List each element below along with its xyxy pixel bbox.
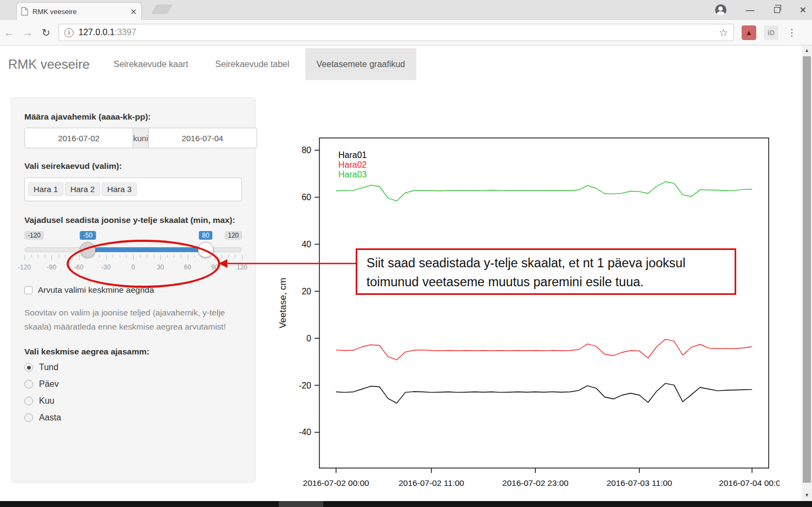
slider-label: Vajadusel seadista joonise y-telje skaal… bbox=[24, 214, 242, 226]
plot-border bbox=[319, 138, 769, 468]
browser-window: RMK veeseire ✕ ― ✕ ← → ↻ i 127.0.0.1:339… bbox=[0, 0, 812, 507]
page-favicon-icon bbox=[21, 7, 28, 16]
browser-tab[interactable]: RMK veeseire ✕ bbox=[16, 2, 142, 20]
vertical-scrollbar[interactable]: ▲ ▼ bbox=[802, 45, 812, 501]
slider-grid-tick bbox=[45, 255, 45, 258]
radio-label-tund: Tund bbox=[39, 363, 58, 372]
well-tag-2[interactable]: Hara 3 bbox=[102, 182, 137, 196]
navbar-brand[interactable]: RMK veeseire bbox=[0, 48, 98, 80]
y-tick-label: 60 bbox=[302, 193, 311, 202]
timestep-label: Vali keskmise aegrea ajasamm: bbox=[24, 346, 242, 358]
overflow-menu-icon[interactable]: ⋮ bbox=[787, 27, 796, 38]
nav-tab-1[interactable]: Seirekaevude tabel bbox=[204, 48, 301, 80]
minimize-icon[interactable]: ― bbox=[746, 5, 755, 15]
date-to-input[interactable] bbox=[148, 128, 257, 148]
radio-row-päev: Päev bbox=[24, 379, 242, 389]
series-Hara02 bbox=[336, 339, 752, 360]
series-Hara03 bbox=[336, 182, 752, 201]
well-tag-0[interactable]: Hara 1 bbox=[28, 182, 63, 196]
slider-grid-tick bbox=[31, 255, 32, 258]
date-range-label: Määra ajavahemik (aaaa-kk-pp): bbox=[24, 111, 242, 123]
slider-grid-tick bbox=[51, 255, 52, 260]
radio-kuu[interactable] bbox=[24, 397, 33, 405]
id-extension-icon[interactable]: iD bbox=[764, 25, 778, 40]
new-tab-button[interactable] bbox=[151, 4, 173, 14]
date-from-input[interactable] bbox=[24, 128, 133, 148]
x-tick-label: 2016-07-04 00:00 bbox=[719, 478, 780, 488]
y-tick-label: 0 bbox=[306, 334, 311, 343]
forward-icon[interactable]: → bbox=[18, 26, 37, 39]
taskbar-segment bbox=[279, 501, 323, 507]
taskbar-strip bbox=[0, 501, 812, 507]
url-text[interactable]: 127.0.0.1:3397 bbox=[78, 28, 719, 37]
water-level-chart: 806040200-20-402016-07-02 00:002016-07-0… bbox=[265, 130, 780, 498]
address-bar[interactable]: i 127.0.0.1:3397 ☆ bbox=[58, 24, 734, 41]
app-page: RMK veeseire Seirekaevude kaartSeirekaev… bbox=[0, 45, 802, 501]
radio-tund[interactable] bbox=[24, 363, 33, 372]
radio-row-kuu: Kuu bbox=[24, 396, 242, 406]
average-checkbox[interactable] bbox=[24, 286, 32, 294]
scroll-down-icon[interactable]: ▼ bbox=[802, 490, 812, 501]
radio-label-aasta: Aasta bbox=[39, 413, 61, 423]
y-tick-label: 80 bbox=[302, 146, 311, 155]
help-text: Soovitav on valim ja joonise teljed (aja… bbox=[24, 306, 242, 333]
app-navbar: RMK veeseire Seirekaevude kaartSeirekaev… bbox=[0, 48, 802, 80]
legend-Hara02: Hara02 bbox=[338, 160, 367, 169]
annotation-ellipse bbox=[67, 240, 220, 288]
x-tick-label: 2016-07-03 11:00 bbox=[607, 478, 673, 488]
scroll-up-icon[interactable]: ▲ bbox=[802, 45, 812, 56]
wells-label: Vali seirekaevud (valim): bbox=[24, 160, 242, 172]
slider-min-label: -120 bbox=[24, 231, 44, 240]
date-range-input: kuni bbox=[24, 128, 242, 148]
restore-icon[interactable] bbox=[774, 7, 780, 13]
radio-päev[interactable] bbox=[24, 380, 33, 389]
date-separator: kuni bbox=[133, 128, 148, 148]
nav-tab-2[interactable]: Veetasemete graafikud bbox=[305, 48, 417, 80]
y-tick-label: 40 bbox=[302, 240, 311, 249]
y-tick-label: -40 bbox=[299, 427, 311, 437]
annotation-note: Siit saad seadistada y-telje skaalat, et… bbox=[356, 248, 736, 295]
slider-from-value: -50 bbox=[80, 231, 96, 240]
profile-avatar-icon[interactable] bbox=[715, 4, 726, 16]
legend-Hara03: Hara03 bbox=[338, 170, 367, 179]
nav-tab-0[interactable]: Seirekaevude kaart bbox=[102, 48, 200, 80]
adobe-pdf-extension-icon[interactable]: ▲ bbox=[742, 25, 756, 40]
legend-Hara01: Hara01 bbox=[338, 150, 367, 160]
y-tick-label: 20 bbox=[302, 287, 311, 296]
slider-grid-tick bbox=[38, 255, 38, 258]
slider-grid-tick bbox=[65, 255, 66, 258]
close-icon[interactable]: ✕ bbox=[800, 5, 807, 15]
radio-label-päev: Päev bbox=[39, 379, 58, 389]
x-tick-label: 2016-07-02 11:00 bbox=[398, 478, 464, 488]
x-tick-label: 2016-07-02 23:00 bbox=[502, 478, 569, 488]
radio-row-aasta: Aasta bbox=[24, 413, 242, 423]
wells-select[interactable]: Hara 1Hara 2Hara 3 bbox=[24, 177, 242, 201]
x-tick-label: 2016-07-02 00:00 bbox=[303, 478, 370, 488]
annotation-line2: toimunud veetaseme muutus paremini esile… bbox=[366, 273, 725, 292]
browser-tab-strip: RMK veeseire ✕ ― ✕ bbox=[0, 0, 812, 20]
scrollbar-thumb[interactable] bbox=[803, 56, 811, 483]
reload-icon[interactable]: ↻ bbox=[37, 27, 55, 39]
series-Hara01 bbox=[336, 384, 752, 404]
bookmark-star-icon[interactable]: ☆ bbox=[719, 27, 728, 39]
slider-grid-tick bbox=[24, 255, 25, 260]
back-icon[interactable]: ← bbox=[0, 26, 18, 39]
slider-grid-label: -120 bbox=[18, 264, 31, 271]
slider-to-value: 80 bbox=[199, 231, 212, 240]
y-axis-title: Veetase, cm bbox=[278, 278, 288, 328]
annotation-arrow-icon bbox=[218, 258, 358, 269]
tab-title: RMK veeseire bbox=[32, 8, 130, 16]
annotation-line1: Siit saad seadistada y-telje skaalat, et… bbox=[366, 254, 725, 273]
radio-label-kuu: Kuu bbox=[39, 396, 54, 406]
y-tick-label: -20 bbox=[299, 381, 311, 390]
radio-row-tund: Tund bbox=[24, 363, 242, 372]
slider-grid-tick bbox=[58, 255, 59, 258]
radio-aasta[interactable] bbox=[24, 413, 33, 422]
browser-toolbar: ← → ↻ i 127.0.0.1:3397 ☆ ▲ iD ⋮ bbox=[0, 20, 812, 45]
sidebar-panel: Määra ajavahemik (aaaa-kk-pp): kuni Vali… bbox=[11, 97, 256, 483]
slider-grid-label: -90 bbox=[47, 264, 56, 271]
well-tag-1[interactable]: Hara 2 bbox=[65, 182, 100, 196]
slider-max-label: 120 bbox=[225, 231, 242, 240]
tab-close-icon[interactable]: ✕ bbox=[130, 8, 137, 16]
info-icon[interactable]: i bbox=[64, 28, 74, 37]
